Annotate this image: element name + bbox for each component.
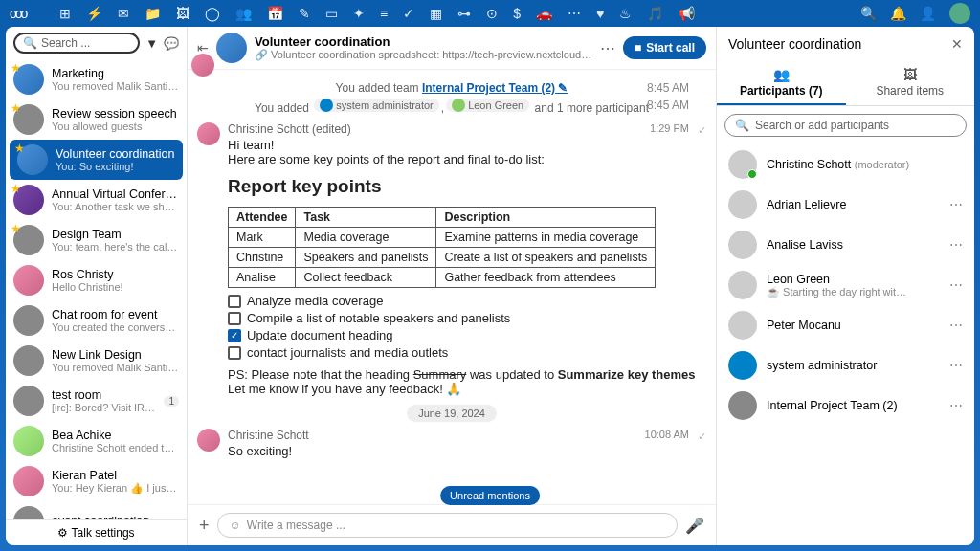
conversation-item[interactable]: ★Design TeamYou: team, here's the calen.… <box>6 220 187 260</box>
video-icon: ■ <box>635 41 641 55</box>
team-link[interactable]: Internal Project Team (2) ✎ <box>422 81 568 95</box>
participant-item[interactable]: Christine Schott (moderator) <box>717 144 974 185</box>
read-check-icon: ✓ <box>698 124 706 137</box>
chat-panel: ⇤ Volunteer coordination 🔗 Volunteer coo… <box>188 27 716 545</box>
participant-item[interactable]: system administrator⋯ <box>717 345 974 386</box>
conversation-subtitle: You removed Malik Santia... <box>52 362 179 373</box>
start-call-button[interactable]: ■Start call <box>623 36 706 59</box>
checkbox-icon[interactable]: ✓ <box>228 329 241 342</box>
message-line: PS: Please note that the heading Summary… <box>228 367 699 382</box>
maps-icon[interactable]: ⊙ <box>486 6 498 21</box>
conversation-item[interactable]: event coordination <box>6 501 187 519</box>
user-chip[interactable]: Leon Green <box>446 99 529 112</box>
calendar-icon[interactable]: 📅 <box>267 6 283 21</box>
participant-item[interactable]: Analise Laviss⋯ <box>717 225 974 265</box>
search-icon: 🔍 <box>23 36 37 50</box>
files-icon[interactable]: 📁 <box>145 6 161 21</box>
todo-item[interactable]: ✓Update document heading <box>228 328 699 342</box>
conversation-item[interactable]: test room[irc]: Bored? Visit IRC....1 <box>6 381 187 421</box>
search-input[interactable]: 🔍Search ... <box>13 33 140 54</box>
conversation-item[interactable]: Ros ChristyHello Christine! <box>6 260 187 300</box>
conversation-item[interactable]: ★Review session speechYou allowed guests <box>6 99 187 140</box>
conversation-item[interactable]: Kieran PatelYou: Hey Kieran 👍 I just g..… <box>6 461 187 501</box>
mail-icon[interactable]: ✉ <box>118 6 129 21</box>
message-input[interactable]: ☺Write a message ... <box>217 513 678 538</box>
conversation-item[interactable]: Bea AchikeChristine Schott ended the... <box>6 421 187 461</box>
report-table: AttendeeTaskDescriptionMarkMedia coverag… <box>228 207 656 288</box>
participant-menu-icon[interactable]: ⋯ <box>949 398 963 413</box>
emoji-icon[interactable]: ☺ <box>230 518 241 532</box>
participant-menu-icon[interactable]: ⋯ <box>949 197 963 212</box>
cospend-icon[interactable]: $ <box>513 6 521 21</box>
tab-participants[interactable]: 👥Participants (7) <box>717 61 846 105</box>
participant-menu-icon[interactable]: ⋯ <box>949 318 963 333</box>
participant-menu-icon[interactable]: ⋯ <box>949 277 963 293</box>
participant-search-input[interactable]: 🔍Search or add participants <box>724 114 967 137</box>
todo-item[interactable]: Compile a list of notable speakers and p… <box>228 311 699 325</box>
list-icon[interactable]: ≡ <box>380 6 388 21</box>
participant-item[interactable]: Adrian Lelievre⋯ <box>717 185 974 225</box>
table-row: MarkMedia coverageExamine patterns in me… <box>229 228 656 248</box>
checkbox-icon[interactable] <box>228 312 241 325</box>
app3-icon[interactable]: 🎵 <box>647 6 663 21</box>
new-conversation-icon[interactable]: 💬 <box>164 36 179 51</box>
participant-menu-icon[interactable]: ⋯ <box>949 358 963 373</box>
app2-icon[interactable]: ♨ <box>619 6 632 21</box>
photos-icon[interactable]: 🖼 <box>176 6 189 21</box>
voice-icon[interactable]: 🎤 <box>685 517 704 535</box>
conversation-item[interactable]: ★MarketingYou removed Malik Santia... <box>6 59 187 99</box>
contacts-menu-icon[interactable]: 👤 <box>920 6 936 21</box>
conversation-subtitle: You: team, here's the calen... <box>52 241 179 253</box>
conversation-title: Volunteer coordination <box>56 147 175 161</box>
participant-item[interactable]: Leon Green☕ Starting the day right with … <box>717 265 974 305</box>
conversation-avatar: ★ <box>17 144 48 175</box>
conversation-item[interactable]: ★Volunteer coordinationYou: So exciting! <box>10 140 183 180</box>
chat-message: Christine Schott (edited) 1:29 PM ✓ Hi t… <box>205 122 699 396</box>
details-panel: Volunteer coordination✕ 👥Participants (7… <box>716 27 974 545</box>
conversation-item[interactable]: Chat room for eventYou created the conve… <box>6 300 187 341</box>
search-icon: 🔍 <box>735 119 749 132</box>
link-icon[interactable]: ⊶ <box>457 6 471 21</box>
health-icon[interactable]: ♥ <box>596 6 604 21</box>
participant-avatar <box>728 311 757 340</box>
tables-icon[interactable]: ▦ <box>430 6 442 21</box>
user-chip[interactable]: system administrator <box>314 99 438 112</box>
tasks-icon[interactable]: ✓ <box>403 6 414 21</box>
announce-icon[interactable]: 📢 <box>679 6 695 21</box>
todo-label: Compile a list of notable speakers and p… <box>247 311 510 325</box>
participant-item[interactable]: Internal Project Team (2)⋯ <box>717 386 974 426</box>
conversation-menu-icon[interactable]: ⋯ <box>600 39 615 57</box>
checkbox-icon[interactable] <box>228 295 241 308</box>
activity-icon[interactable]: ⚡ <box>86 6 102 21</box>
conversation-title: Chat room for event <box>52 308 179 321</box>
car-icon[interactable]: 🚗 <box>536 6 552 21</box>
conversation-title: Volunteer coordination <box>255 34 592 49</box>
dashboard-icon[interactable]: ⊞ <box>59 6 71 21</box>
conversation-item[interactable]: ★Annual Virtual ConferenceYou: Another t… <box>6 180 187 220</box>
notifications-icon[interactable]: 🔔 <box>890 6 906 21</box>
contacts-icon[interactable]: 👥 <box>235 6 252 21</box>
checkbox-icon[interactable] <box>228 346 241 360</box>
participant-avatar <box>728 391 757 420</box>
conversation-item[interactable]: New Link DesignYou removed Malik Santia.… <box>6 341 187 381</box>
deck-icon[interactable]: ▭ <box>325 6 338 21</box>
table-row: AnaliseCollect feedbackGather feedback f… <box>229 268 656 288</box>
unread-mentions-pill[interactable]: Unread mentions <box>440 486 540 505</box>
talk-settings-button[interactable]: ⚙ Talk settings <box>6 519 187 545</box>
app-logo[interactable]: ooo <box>10 6 48 21</box>
attach-icon[interactable]: + <box>199 516 210 536</box>
participant-menu-icon[interactable]: ⋯ <box>949 237 963 253</box>
search-icon[interactable]: 🔍 <box>860 6 877 21</box>
todo-item[interactable]: contact journalists and media outlets <box>228 345 699 360</box>
talk-icon[interactable]: ◯ <box>205 6 220 21</box>
user-avatar[interactable] <box>949 3 970 24</box>
star-icon[interactable]: ✦ <box>353 6 365 21</box>
tab-shared-items[interactable]: 🖼Shared items <box>846 61 975 105</box>
filter-icon[interactable]: ▼ <box>145 36 158 51</box>
todo-item[interactable]: Analyze media coverage <box>228 294 699 308</box>
participant-item[interactable]: Peter Mocanu⋯ <box>717 305 974 345</box>
app1-icon[interactable]: ⋯ <box>568 6 581 21</box>
notes-icon[interactable]: ✎ <box>299 6 310 21</box>
conversation-avatar <box>13 305 44 336</box>
close-icon[interactable]: ✕ <box>951 36 963 52</box>
